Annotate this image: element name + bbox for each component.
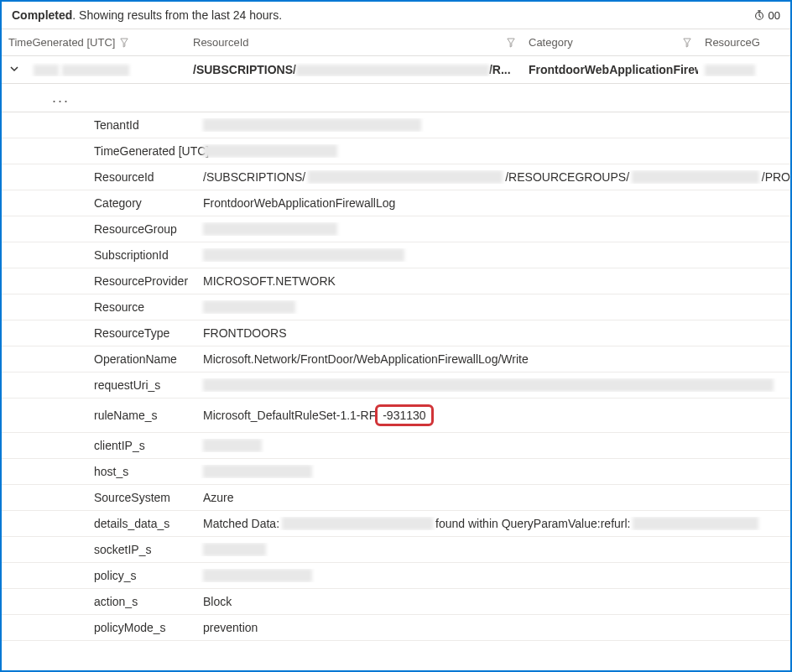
ellipsis-text: ... — [52, 89, 70, 106]
detail-row-rulename: ruleName_s Microsoft_DefaultRuleSet-1.1-… — [2, 399, 790, 433]
detail-panel: TenantId TimeGenerated [UTC] ResourceId … — [2, 112, 790, 641]
ellipsis-row[interactable]: ... — [2, 84, 790, 112]
header-label: ResourceId — [193, 36, 248, 49]
detail-value — [199, 465, 790, 478]
detail-row-sourcesystem: SourceSystem Azure — [2, 485, 790, 511]
resourceid-suffix: /R... — [489, 63, 511, 76]
header-label: Category — [529, 36, 573, 49]
detail-key: TenantId — [2, 118, 199, 132]
detail-key: TimeGenerated [UTC] — [2, 144, 199, 158]
detail-key: ResourceGroup — [2, 222, 199, 236]
result-row[interactable]: /SUBSCRIPTIONS//R... FrontdoorWebApplica… — [2, 56, 790, 84]
detail-row-resourcetype: ResourceType FRONTDOORS — [2, 320, 790, 346]
rulename-prefix: Microsoft_DefaultRuleSet-1.1-RF — [203, 409, 376, 422]
value-text: Matched Data: — [203, 517, 279, 530]
detail-row-requesturi: requestUri_s — [2, 372, 790, 399]
expand-toggle[interactable] — [2, 63, 27, 76]
detail-value: Azure — [199, 491, 790, 504]
column-header-resourcegroup[interactable]: ResourceG — [698, 36, 790, 49]
detail-value: Matched Data: found within QueryParamVal… — [199, 517, 790, 530]
detail-row-action: action_s Block — [2, 589, 790, 615]
filter-icon[interactable] — [120, 38, 128, 48]
filter-icon[interactable] — [683, 38, 691, 48]
column-header-resourceid[interactable]: ResourceId — [186, 36, 522, 49]
header-label: TimeGenerated [UTC] — [8, 36, 115, 49]
detail-value: /SUBSCRIPTIONS//RESOURCEGROUPS//PRO — [199, 170, 790, 184]
value-text: found within QueryParamValue:refurl: — [435, 517, 630, 530]
detail-value — [199, 144, 790, 158]
cell-resourceid: /SUBSCRIPTIONS//R... — [186, 63, 522, 76]
detail-value: FRONTDOORS — [199, 326, 790, 340]
detail-key: Resource — [2, 300, 199, 314]
stopwatch-icon — [753, 9, 765, 21]
detail-value — [199, 543, 790, 556]
detail-key: requestUri_s — [2, 378, 199, 392]
category-text: FrontdoorWebApplicationFirewal... — [529, 63, 698, 76]
detail-key: host_s — [2, 465, 199, 478]
detail-key: policy_s — [2, 569, 199, 582]
detail-value — [199, 118, 790, 132]
detail-key: socketIP_s — [2, 543, 199, 556]
status-text: Completed. Showing results from the last… — [12, 8, 282, 22]
detail-value: FrontdoorWebApplicationFirewallLog — [199, 196, 790, 210]
cell-timegenerated — [27, 63, 186, 76]
detail-value: prevention — [199, 621, 790, 634]
status-completed: Completed — [12, 8, 72, 22]
detail-row-resourceid: ResourceId /SUBSCRIPTIONS//RESOURCEGROUP… — [2, 164, 790, 190]
detail-key: ResourceType — [2, 326, 199, 340]
detail-key: OperationName — [2, 352, 199, 366]
value-text: /SUBSCRIPTIONS/ — [203, 170, 305, 184]
column-header-category[interactable]: Category — [522, 36, 698, 49]
detail-value — [199, 300, 790, 314]
value-text: /PRO — [762, 170, 790, 184]
detail-key: ruleName_s — [2, 409, 199, 422]
resourceid-prefix: /SUBSCRIPTIONS/ — [193, 63, 296, 76]
detail-value: MICROSOFT.NETWORK — [199, 274, 790, 288]
cell-category: FrontdoorWebApplicationFirewal... — [522, 63, 698, 76]
detail-row-resource: Resource — [2, 294, 790, 320]
status-timer: 00 — [753, 9, 780, 22]
detail-key: Category — [2, 196, 199, 210]
column-header-row: TimeGenerated [UTC] ResourceId Category … — [2, 29, 790, 56]
status-bar: Completed. Showing results from the last… — [2, 2, 790, 29]
detail-row-policymode: policyMode_s prevention — [2, 615, 790, 641]
cell-resourcegroup — [698, 63, 790, 76]
detail-row-policy: policy_s — [2, 563, 790, 589]
detail-value: Microsoft_DefaultRuleSet-1.1-RF-931130 — [199, 404, 790, 426]
detail-value — [199, 569, 790, 582]
detail-row-category: Category FrontdoorWebApplicationFirewall… — [2, 190, 790, 216]
detail-value — [199, 222, 790, 236]
detail-row-detailsdata: details_data_s Matched Data: found withi… — [2, 511, 790, 537]
detail-row-operationname: OperationName Microsoft.Network/FrontDoo… — [2, 346, 790, 372]
detail-row-timegenerated: TimeGenerated [UTC] — [2, 138, 790, 164]
detail-key: details_data_s — [2, 517, 199, 530]
value-text: /RESOURCEGROUPS/ — [505, 170, 629, 184]
chevron-down-icon — [9, 64, 19, 74]
detail-key: clientIP_s — [2, 439, 199, 452]
timer-value: 00 — [769, 9, 780, 22]
detail-row-resourcegroup: ResourceGroup — [2, 216, 790, 242]
detail-key: SourceSystem — [2, 491, 199, 504]
detail-key: ResourceProvider — [2, 274, 199, 288]
detail-key: ResourceId — [2, 170, 199, 184]
detail-row-tenantid: TenantId — [2, 112, 790, 138]
detail-key: action_s — [2, 595, 199, 608]
detail-key: SubscriptionId — [2, 248, 199, 262]
detail-value — [199, 378, 790, 392]
header-label: ResourceG — [705, 36, 760, 49]
detail-value: Block — [199, 595, 790, 608]
detail-key: policyMode_s — [2, 621, 199, 634]
detail-value — [199, 439, 790, 452]
rulename-highlighted: -931130 — [375, 404, 433, 426]
detail-row-resourceprovider: ResourceProvider MICROSOFT.NETWORK — [2, 268, 790, 294]
detail-row-socketip: socketIP_s — [2, 537, 790, 563]
detail-value: Microsoft.Network/FrontDoor/WebApplicati… — [199, 352, 790, 366]
detail-value — [199, 248, 790, 262]
status-subtext: . Showing results from the last 24 hours… — [72, 8, 282, 22]
filter-icon[interactable] — [507, 38, 515, 48]
detail-row-clientip: clientIP_s — [2, 433, 790, 459]
column-header-timegenerated[interactable]: TimeGenerated [UTC] — [2, 36, 186, 49]
detail-row-subscriptionid: SubscriptionId — [2, 242, 790, 268]
detail-row-host: host_s — [2, 459, 790, 485]
